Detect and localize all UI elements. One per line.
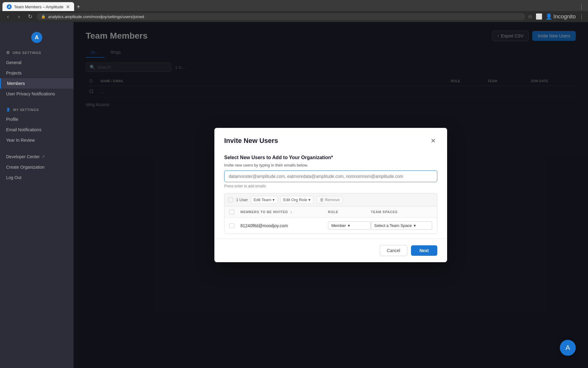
app-container: A ⚙ ORG SETTINGS General Projects Member… [0, 22, 588, 368]
email-input[interactable] [224, 171, 437, 182]
tab-favicon: A [7, 4, 12, 9]
my-settings-section: 👤 MY SETTINGS [0, 105, 74, 114]
sidebar-item-members[interactable]: Members [0, 78, 74, 89]
main-content: Team Members ↑ Export CSV Invite New Use… [74, 22, 588, 368]
chat-icon: A [566, 344, 570, 352]
edit-org-role-button[interactable]: Edit Org Role ▾ [281, 196, 313, 204]
invite-table-header: MEMBERS TO BE INVITED ↕ ROLE TEAM SPACES [224, 206, 437, 218]
trash-icon: 🗑 [320, 197, 324, 202]
chevron-down-icon: ▾ [273, 197, 275, 202]
sidebar-item-privacy[interactable]: User Privacy Notifications [0, 89, 74, 99]
incognito-badge: 👤 Incognito [545, 13, 576, 20]
chevron-down-icon-4: ▾ [414, 223, 416, 228]
sidebar: A ⚙ ORG SETTINGS General Projects Member… [0, 22, 74, 368]
modal-body: Select New Users to Add to Your Organiza… [214, 150, 447, 239]
address-bar[interactable]: 🔒 analytics.amplitude.com/moodjoy/settin… [37, 13, 525, 20]
row-checkbox-1[interactable] [229, 223, 234, 228]
row-check [229, 223, 240, 228]
sidebar-item-projects[interactable]: Projects [0, 68, 74, 78]
browser-chrome: A Team Members – Amplitude ✕ + ⋮ ‹ › ↻ 🔒… [0, 0, 588, 22]
forward-button[interactable]: › [15, 12, 23, 21]
browser-navbar: ‹ › ↻ 🔒 analytics.amplitude.com/moodjoy/… [0, 11, 588, 22]
extension-icon[interactable]: ⬜ [536, 13, 542, 20]
row-member-email: 81240f8d@moodjoy.com [240, 223, 328, 228]
modal-header: Invite New Users ✕ [214, 128, 447, 150]
th-role-col: ROLE [328, 210, 371, 214]
gear-icon: ⚙ [6, 50, 10, 55]
browser-tabs: A Team Members – Amplitude ✕ + ⋮ [0, 0, 588, 11]
tab-close-button[interactable]: ✕ [66, 4, 70, 10]
th-members-invited: MEMBERS TO BE INVITED ↕ [240, 210, 328, 214]
amplitude-logo: A [31, 32, 42, 43]
toolbar-select-all-checkbox[interactable] [228, 197, 233, 202]
sidebar-item-email-notifications[interactable]: Email Notifications [0, 125, 74, 135]
chevron-down-icon-2: ▾ [308, 197, 311, 202]
window-controls: ⋮ [579, 3, 588, 10]
tab-title: Team Members – Amplitude [14, 5, 63, 9]
chevron-down-icon-3: ▾ [348, 223, 350, 228]
row-team-space-select[interactable]: Select a Team Space ▾ [371, 221, 432, 230]
edit-team-button[interactable]: Edit Team ▾ [251, 196, 277, 204]
invite-table: MEMBERS TO BE INVITED ↕ ROLE TEAM SPACES… [224, 206, 437, 234]
modal-overlay: Invite New Users ✕ Select New Users to A… [74, 22, 588, 368]
invite-table-row: 81240f8d@moodjoy.com Member ▾ Select a T… [224, 218, 437, 233]
sort-icon: ↕ [290, 210, 292, 214]
team-space-dropdown[interactable]: Select a Team Space ▾ [371, 221, 432, 230]
cancel-button[interactable]: Cancel [380, 245, 407, 256]
sidebar-item-year-review[interactable]: Year In Review [0, 135, 74, 145]
team-space-value: Select a Team Space [374, 223, 412, 228]
role-dropdown[interactable]: Member ▾ [328, 221, 371, 230]
person-icon: 👤 [6, 108, 11, 112]
sidebar-item-logout[interactable]: Log Out [0, 172, 74, 183]
sidebar-item-general[interactable]: General [0, 57, 74, 68]
input-hint: Press enter to add emails [224, 184, 437, 188]
org-settings-section: ⚙ ORG SETTINGS [0, 48, 74, 57]
modal-section-title: Select New Users to Add to Your Organiza… [224, 155, 437, 160]
modal-subtitle: Invite new users by typing in their emai… [224, 163, 437, 167]
bookmark-icon[interactable]: ☆ [528, 13, 533, 20]
role-value: Member [331, 223, 346, 228]
modal-footer: Cancel Next [214, 239, 447, 262]
lock-icon: 🔒 [41, 14, 46, 19]
remove-button[interactable]: 🗑 Remove [316, 196, 343, 204]
th-team-spaces: TEAM SPACES [371, 210, 432, 214]
invite-table-toolbar: 1 User Edit Team ▾ Edit Org Role ▾ 🗑 Rem… [224, 193, 437, 206]
sidebar-item-developer[interactable]: Developer Center ↗ [0, 151, 74, 162]
reload-button[interactable]: ↻ [26, 12, 34, 21]
menu-icon[interactable]: ⋮ [579, 13, 584, 20]
nav-right: ☆ ⬜ 👤 Incognito ⋮ [528, 13, 584, 20]
address-text: analytics.amplitude.com/moodjoy/settings… [48, 14, 144, 19]
back-button[interactable]: ‹ [4, 12, 12, 21]
sidebar-item-profile[interactable]: Profile [0, 114, 74, 125]
chat-widget[interactable]: A [560, 340, 576, 356]
modal-title: Invite New Users [224, 137, 278, 145]
new-tab-button[interactable]: + [77, 3, 80, 10]
invite-modal: Invite New Users ✕ Select New Users to A… [214, 128, 447, 262]
toolbar-user-count: 1 User [236, 197, 248, 202]
sidebar-item-create-org[interactable]: Create Organization [0, 162, 74, 172]
active-tab[interactable]: A Team Members – Amplitude ✕ [2, 2, 74, 12]
th-check [229, 209, 240, 214]
row-role-select[interactable]: Member ▾ [328, 221, 371, 230]
next-button[interactable]: Next [411, 245, 437, 256]
external-link-icon: ↗ [42, 155, 45, 159]
modal-close-button[interactable]: ✕ [429, 136, 437, 145]
header-checkbox[interactable] [229, 209, 234, 214]
